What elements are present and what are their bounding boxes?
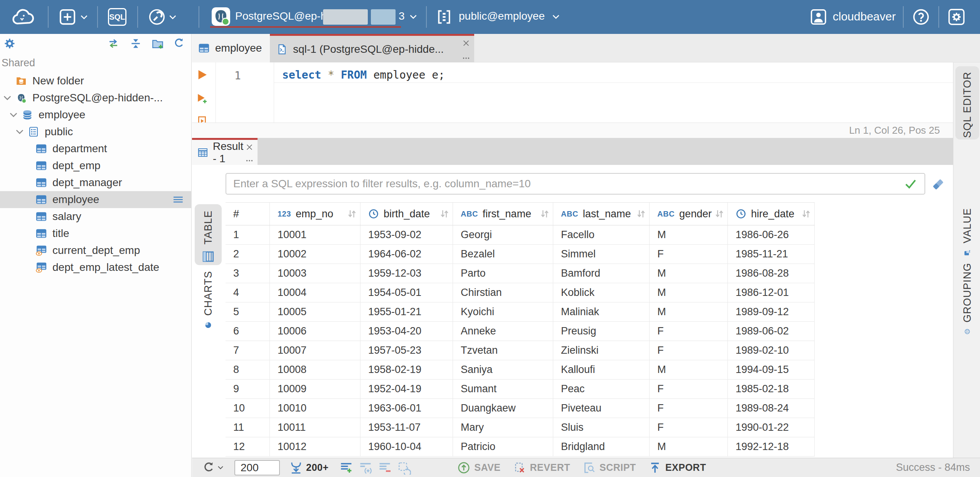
save-button[interactable]: SAVE — [474, 462, 500, 473]
emp-no-cell[interactable]: 10010 — [270, 399, 360, 418]
gender-cell[interactable]: M — [650, 225, 728, 244]
sync-connections-icon[interactable] — [107, 37, 120, 50]
open-sql-editor-button[interactable]: SQL — [108, 8, 126, 26]
row-number-cell[interactable]: 6 — [226, 322, 270, 341]
birth-date-cell[interactable]: 1955-01-21 — [360, 302, 453, 321]
last-name-cell[interactable]: Maliniak — [553, 302, 650, 321]
schema-selector[interactable]: public@employee — [459, 10, 545, 22]
first-name-cell[interactable]: Bezalel — [453, 245, 553, 264]
column-header-last-name[interactable]: ABC last_name — [553, 203, 650, 225]
gender-cell[interactable]: F — [650, 322, 728, 341]
last-name-cell[interactable]: Sluis — [553, 418, 650, 437]
gender-cell[interactable]: F — [650, 341, 728, 360]
birth-date-cell[interactable]: 1958-02-19 — [360, 360, 453, 379]
column-header-first-name[interactable]: ABC first_name — [453, 203, 553, 225]
last-name-cell[interactable]: Facello — [553, 225, 650, 244]
column-header-emp-no[interactable]: 123 emp_no — [270, 203, 360, 225]
tools-chevron-icon[interactable] — [169, 15, 177, 20]
connection-chevron-icon[interactable] — [409, 14, 417, 19]
row-number-cell[interactable]: 5 — [226, 302, 270, 321]
emp-no-cell[interactable]: 10004 — [270, 283, 360, 302]
tab-table-view[interactable]: TABLE — [195, 204, 222, 265]
tree-item-table-salary[interactable]: salary — [0, 208, 192, 225]
sort-icon[interactable] — [636, 208, 646, 219]
first-name-cell[interactable]: Georgi — [453, 225, 553, 244]
gender-cell[interactable]: F — [650, 418, 728, 437]
gender-cell[interactable]: F — [650, 380, 728, 398]
emp-no-cell[interactable]: 10006 — [270, 322, 360, 341]
chevron-down-icon[interactable] — [9, 112, 18, 118]
fetch-more-label[interactable]: 200+ — [306, 462, 328, 473]
first-name-cell[interactable]: Mary — [453, 418, 553, 437]
revert-icon[interactable] — [513, 461, 526, 474]
apply-filter-check-icon[interactable] — [904, 177, 917, 190]
tools-wrench-icon[interactable] — [148, 8, 166, 26]
refresh-result-icon[interactable] — [202, 461, 215, 474]
settings-gear-icon[interactable] — [948, 8, 965, 26]
row-number-cell[interactable]: 7 — [226, 341, 270, 360]
script-icon[interactable] — [583, 461, 596, 474]
emp-no-cell[interactable]: 10001 — [270, 225, 360, 244]
chevron-down-icon[interactable] — [15, 129, 24, 134]
close-result-icon[interactable] — [245, 143, 254, 151]
result-overflow-icon[interactable] — [245, 158, 254, 163]
gender-cell[interactable]: F — [650, 399, 728, 418]
first-name-cell[interactable]: Duangkaew — [453, 399, 553, 418]
emp-no-cell[interactable]: 10009 — [270, 380, 360, 398]
birth-date-cell[interactable]: 1954-05-01 — [360, 283, 453, 302]
add-row-icon[interactable] — [339, 461, 353, 475]
hire-date-cell[interactable]: 1989-02-10 — [728, 341, 815, 360]
birth-date-cell[interactable]: 1953-11-07 — [360, 418, 453, 437]
new-connection-chevron-icon[interactable] — [80, 15, 88, 20]
hire-date-cell[interactable]: 1992-12-18 — [728, 437, 815, 456]
hire-date-cell[interactable]: 1986-12-01 — [728, 283, 815, 302]
tab-employee[interactable]: employee — [192, 34, 270, 62]
tree-item-table-title[interactable]: title — [0, 225, 192, 242]
tree-item-view-dept-emp-latest-date[interactable]: dept_emp_latest_date — [0, 259, 192, 276]
hire-date-cell[interactable]: 1986-08-28 — [728, 264, 815, 283]
birth-date-cell[interactable]: 1963-06-01 — [360, 399, 453, 418]
first-name-cell[interactable]: Tzvetan — [453, 341, 553, 360]
fetch-more-rows-icon[interactable] — [289, 461, 303, 475]
birth-date-cell[interactable]: 1953-04-20 — [360, 322, 453, 341]
emp-no-cell[interactable]: 10007 — [270, 341, 360, 360]
clear-filter-eraser-icon[interactable] — [931, 177, 945, 191]
last-name-cell[interactable]: Koblick — [553, 283, 650, 302]
execute-in-new-tab-button[interactable] — [196, 92, 208, 105]
first-name-cell[interactable]: Chirstian — [453, 283, 553, 302]
row-number-cell[interactable]: 10 — [226, 399, 270, 418]
emp-no-cell[interactable]: 10005 — [270, 302, 360, 321]
last-name-cell[interactable]: Kalloufi — [553, 360, 650, 379]
first-name-cell[interactable]: Kyoichi — [453, 302, 553, 321]
hire-date-cell[interactable]: 1994-09-15 — [728, 360, 815, 379]
delete-row-icon[interactable] — [378, 461, 392, 475]
refresh-tree-icon[interactable] — [173, 37, 185, 50]
column-header-birth-date[interactable]: birth_date — [360, 203, 453, 225]
row-number-cell[interactable]: 11 — [226, 418, 270, 437]
user-menu[interactable]: cloudbeaver — [833, 10, 896, 23]
export-button[interactable]: EXPORT — [665, 462, 706, 473]
last-name-cell[interactable]: Preusig — [553, 322, 650, 341]
emp-no-cell[interactable]: 10012 — [270, 437, 360, 456]
birth-date-cell[interactable]: 1959-12-03 — [360, 264, 453, 283]
tree-item-connection[interactable]: PostgreSQL@ep-hidden-... — [0, 89, 192, 106]
tree-item-new-folder[interactable]: New folder — [0, 72, 192, 89]
row-number-cell[interactable]: 1 — [226, 225, 270, 244]
filter-input[interactable] — [226, 173, 925, 195]
sort-icon[interactable] — [714, 208, 724, 219]
tab-grouping-panel[interactable]: GROUPING — [955, 263, 979, 334]
execute-query-button[interactable] — [196, 69, 208, 81]
emp-no-cell[interactable]: 10002 — [270, 245, 360, 264]
emp-no-cell[interactable]: 10003 — [270, 264, 360, 283]
tree-item-table-dept-emp[interactable]: dept_emp — [0, 157, 192, 174]
first-name-cell[interactable]: Parto — [453, 264, 553, 283]
birth-date-cell[interactable]: 1960-10-04 — [360, 437, 453, 456]
hire-date-cell[interactable]: 1990-01-22 — [728, 418, 815, 437]
last-name-cell[interactable]: Peac — [553, 380, 650, 398]
chevron-down-icon[interactable] — [3, 95, 12, 101]
sort-icon[interactable] — [801, 208, 811, 219]
collapse-all-icon[interactable] — [130, 37, 142, 50]
sort-icon[interactable] — [439, 208, 450, 219]
first-name-cell[interactable]: Anneke — [453, 322, 553, 341]
tree-item-table-department[interactable]: department — [0, 140, 192, 157]
